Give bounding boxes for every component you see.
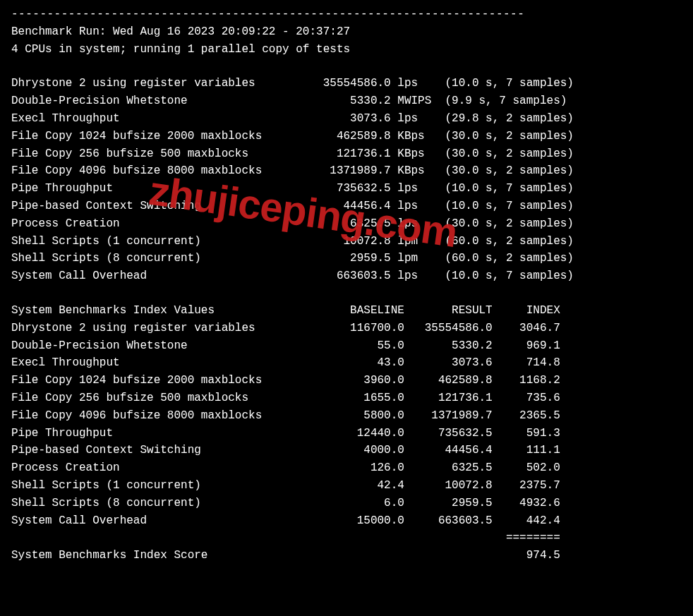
index-row: Shell Scripts (1 concurrent) 42.4 10072.… <box>11 477 682 495</box>
index-row: Shell Scripts (8 concurrent) 6.0 2959.5 … <box>11 495 682 512</box>
index-row: Execl Throughput 43.0 3073.6 714.8 <box>11 354 682 372</box>
benchmark-run-line: Benchmark Run: Wed Aug 16 2023 20:09:22 … <box>11 23 682 41</box>
result-row: Process Creation 6325.5 lps (30.0 s, 2 s… <box>11 215 682 233</box>
index-row: Process Creation 126.0 6325.5 502.0 <box>11 459 682 477</box>
score-row: System Benchmarks Index Score 974.5 <box>11 547 682 564</box>
result-row: Double-Precision Whetstone 5330.2 MWIPS … <box>11 92 682 110</box>
index-row: Pipe-based Context Switching 4000.0 4445… <box>11 442 682 459</box>
cpu-info-line: 4 CPUs in system; running 1 parallel cop… <box>11 41 682 59</box>
result-row: Shell Scripts (1 concurrent) 10072.8 lpm… <box>11 233 682 250</box>
result-row: Shell Scripts (8 concurrent) 2959.5 lpm … <box>11 250 682 267</box>
index-row: Dhrystone 2 using register variables 116… <box>11 320 682 337</box>
result-row: Execl Throughput 3073.6 lps (29.8 s, 2 s… <box>11 110 682 128</box>
result-row: File Copy 4096 bufsize 8000 maxblocks 13… <box>11 162 682 180</box>
result-row: Dhrystone 2 using register variables 355… <box>11 75 682 92</box>
results-block: Dhrystone 2 using register variables 355… <box>11 75 682 285</box>
separator-line: ----------------------------------------… <box>11 6 682 23</box>
result-row: File Copy 1024 bufsize 2000 maxblocks 46… <box>11 128 682 145</box>
index-row: Pipe Throughput 12440.0 735632.5 591.3 <box>11 425 682 442</box>
index-separator: ======== <box>11 529 682 547</box>
index-header-row: System Benchmarks Index Values BASELINE … <box>11 302 682 320</box>
result-row: System Call Overhead 663603.5 lps (10.0 … <box>11 267 682 285</box>
result-row: Pipe Throughput 735632.5 lps (10.0 s, 7 … <box>11 180 682 198</box>
result-row: Pipe-based Context Switching 44456.4 lps… <box>11 198 682 215</box>
index-row: File Copy 256 bufsize 500 maxblocks 1655… <box>11 389 682 407</box>
index-block: Dhrystone 2 using register variables 116… <box>11 320 682 530</box>
result-row: File Copy 256 bufsize 500 maxblocks 1217… <box>11 145 682 163</box>
index-row: File Copy 4096 bufsize 8000 maxblocks 58… <box>11 407 682 425</box>
index-row: File Copy 1024 bufsize 2000 maxblocks 39… <box>11 372 682 389</box>
index-row: Double-Precision Whetstone 55.0 5330.2 9… <box>11 337 682 355</box>
index-row: System Call Overhead 15000.0 663603.5 44… <box>11 512 682 530</box>
